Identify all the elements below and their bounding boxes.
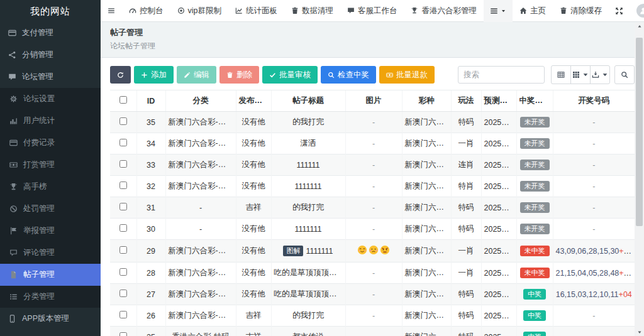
cell-id: 26 bbox=[136, 305, 165, 327]
dot-circle-icon bbox=[177, 7, 185, 14]
cell-id: 33 bbox=[136, 154, 165, 176]
delete-button[interactable]: 删除 bbox=[219, 66, 259, 84]
cell-id: 27 bbox=[136, 284, 165, 305]
sidebar-item-打赏管理[interactable]: 打赏管理 bbox=[0, 154, 101, 176]
sidebar-toggle-button[interactable] bbox=[101, 0, 122, 22]
batch-refund-button[interactable]: 批量退款 bbox=[379, 66, 435, 84]
expand-icon bbox=[615, 7, 623, 15]
row-checkbox[interactable] bbox=[119, 290, 127, 297]
scroll-up-arrow[interactable] bbox=[635, 23, 644, 30]
cell-numbers: - bbox=[553, 219, 635, 240]
button-label: 添加 bbox=[151, 70, 167, 80]
status-badge: 未开奖 bbox=[520, 202, 550, 213]
topbar-link-客服工作台[interactable]: 客服工作台 bbox=[340, 0, 404, 22]
cell-image bbox=[345, 240, 402, 263]
cell-period: 2025354 bbox=[481, 263, 516, 284]
scrollbar-thumb[interactable] bbox=[636, 38, 643, 226]
list-icon bbox=[9, 293, 18, 301]
search-button[interactable] bbox=[614, 65, 635, 84]
sidebar-item-处罚管理[interactable]: 处罚管理 bbox=[0, 198, 101, 220]
sidebar-nav: 支付管理分销管理论坛管理论坛设置用户统计付费记录打赏管理高手榜处罚管理举报管理评… bbox=[0, 22, 101, 330]
cell-id: 32 bbox=[136, 176, 165, 197]
search-input[interactable] bbox=[458, 66, 545, 84]
row-checkbox[interactable] bbox=[119, 311, 127, 318]
caret-down-icon bbox=[601, 71, 609, 79]
vertical-scrollbar[interactable] bbox=[635, 23, 644, 336]
plus-icon bbox=[141, 72, 148, 79]
cell-lottery: 新澳门六合彩 bbox=[402, 219, 451, 240]
topbar-link-vip群限制[interactable]: vip群限制 bbox=[170, 0, 228, 22]
fullscreen-button[interactable] bbox=[609, 0, 630, 22]
sidebar-item-支付管理[interactable]: 支付管理 bbox=[0, 22, 101, 44]
money-icon bbox=[386, 72, 393, 79]
share-icon bbox=[8, 51, 17, 59]
clear-cache-label: 清除缓存 bbox=[570, 6, 602, 16]
search-icon bbox=[621, 71, 628, 79]
user-menu[interactable]: Admin bbox=[630, 0, 644, 22]
scroll-down-arrow[interactable] bbox=[635, 328, 644, 336]
export-button[interactable] bbox=[590, 65, 610, 84]
select-all-checkbox[interactable] bbox=[119, 96, 127, 104]
clear-cache-link[interactable]: 清除缓存 bbox=[553, 0, 609, 22]
cell-image: - bbox=[345, 263, 402, 284]
sidebar-item-论坛设置[interactable]: 论坛设置 bbox=[0, 88, 101, 110]
cell-title: 的我打完 bbox=[271, 305, 345, 327]
edit-button[interactable]: 编辑 bbox=[177, 66, 216, 84]
table-row: 28新澳门六合彩-一肖没有他吃的是草顶顶顶顶4入-新澳门六合彩一肖2025354… bbox=[110, 263, 635, 284]
table-row: 31-吉祥的我打完-新澳门六合彩特码2025357未开奖- bbox=[110, 197, 635, 219]
sidebar-item-帖子管理[interactable]: 帖子管理 bbox=[0, 264, 101, 286]
page-subtitle: 论坛帖子管理 bbox=[110, 41, 635, 51]
cell-lottery: 新澳门六合彩 bbox=[402, 197, 451, 219]
topbar-link-控制台[interactable]: 控制台 bbox=[122, 0, 170, 22]
topbar-link-香港六合彩管理[interactable]: 香港六合彩管理 bbox=[404, 0, 484, 22]
cell-play: 特码 bbox=[451, 284, 481, 305]
row-checkbox[interactable] bbox=[119, 332, 127, 336]
cell-id: 35 bbox=[136, 112, 165, 133]
sidebar-item-高手榜[interactable]: 高手榜 bbox=[0, 176, 101, 198]
sidebar-item-付费记录[interactable]: 付费记录 bbox=[0, 132, 101, 154]
status-badge: 未开奖 bbox=[520, 138, 550, 149]
row-checkbox[interactable] bbox=[119, 160, 127, 168]
column-header-发布用户: 发布用户 bbox=[236, 90, 271, 112]
row-checkbox[interactable] bbox=[119, 139, 127, 146]
list-menu-button[interactable] bbox=[484, 0, 513, 22]
row-checkbox[interactable] bbox=[119, 246, 127, 254]
status-badge: 未中奖 bbox=[520, 268, 550, 278]
add-button[interactable]: 添加 bbox=[134, 66, 174, 84]
sidebar-item-评论管理[interactable]: 评论管理 bbox=[0, 242, 101, 264]
cell-category: 香港六合彩-特码 bbox=[165, 327, 236, 336]
column-header-玩法: 玩法 bbox=[451, 90, 481, 112]
row-checkbox[interactable] bbox=[119, 268, 127, 276]
row-checkbox[interactable] bbox=[119, 117, 127, 125]
cell-numbers: - bbox=[553, 133, 635, 154]
table-controls bbox=[551, 65, 610, 84]
sidebar-item-分销管理[interactable]: 分销管理 bbox=[0, 44, 101, 66]
column-header-开奖号码: 开奖号码 bbox=[553, 90, 635, 112]
row-checkbox[interactable] bbox=[119, 182, 127, 189]
status-badge: 未开奖 bbox=[520, 160, 550, 170]
table-row: 25香港六合彩-特码吉祥都市传说-新澳门六合彩特码2025351中奖- bbox=[110, 327, 635, 336]
cell-user: 没有他 bbox=[236, 284, 271, 305]
cell-lottery: 新澳门六合彩 bbox=[402, 154, 451, 176]
row-checkbox[interactable] bbox=[119, 203, 127, 210]
columns-button[interactable] bbox=[570, 65, 591, 84]
sidebar-item-论坛管理[interactable]: 论坛管理 bbox=[0, 66, 101, 88]
sidebar-item-APP版本管理[interactable]: APP版本管理 bbox=[0, 308, 101, 330]
batch-audit-button[interactable]: 批量审核 bbox=[262, 66, 318, 84]
pagination-toggle-button[interactable] bbox=[551, 65, 571, 84]
bars-icon bbox=[490, 7, 498, 15]
select-all-cell bbox=[110, 90, 136, 112]
topbar-link-统计面板[interactable]: 统计面板 bbox=[228, 0, 284, 22]
home-link[interactable]: 主页 bbox=[513, 0, 553, 22]
row-checkbox[interactable] bbox=[119, 224, 127, 232]
sidebar-item-举报管理[interactable]: 举报管理 bbox=[0, 220, 101, 242]
check-win-button[interactable]: 检查中奖 bbox=[321, 66, 376, 84]
sidebar-item-分类管理[interactable]: 分类管理 bbox=[0, 286, 101, 308]
sidebar-item-用户统计[interactable]: 用户统计 bbox=[0, 110, 101, 132]
topbar-link-数据清理[interactable]: 数据清理 bbox=[284, 0, 340, 22]
cell-status: 中奖 bbox=[516, 284, 553, 305]
comments-icon bbox=[8, 73, 17, 81]
cell-lottery: 新澳门六合彩 bbox=[402, 284, 451, 305]
column-header-预测期数: 预测期数 bbox=[481, 90, 516, 112]
refresh-button[interactable] bbox=[110, 66, 131, 84]
